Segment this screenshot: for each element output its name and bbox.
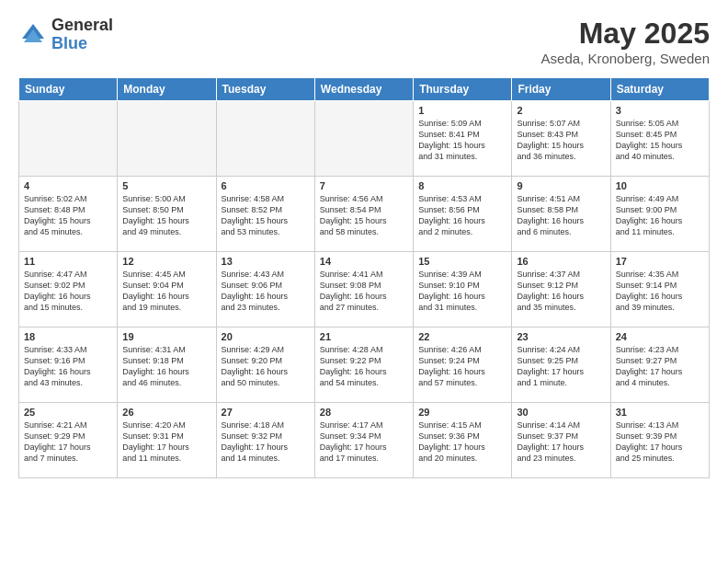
calendar-cell: 30Sunrise: 4:14 AM Sunset: 9:37 PM Dayli… xyxy=(512,403,610,478)
calendar-cell: 26Sunrise: 4:20 AM Sunset: 9:31 PM Dayli… xyxy=(118,403,216,478)
header: General Blue May 2025 Aseda, Kronoberg, … xyxy=(18,17,710,66)
day-header-monday: Monday xyxy=(118,78,216,101)
cell-daylight-info: Sunrise: 4:43 AM Sunset: 9:06 PM Dayligh… xyxy=(222,269,310,314)
day-header-sunday: Sunday xyxy=(19,78,118,101)
calendar-cell: 10Sunrise: 4:49 AM Sunset: 9:00 PM Dayli… xyxy=(610,177,709,252)
day-number: 30 xyxy=(517,407,605,418)
cell-daylight-info: Sunrise: 4:39 AM Sunset: 9:10 PM Dayligh… xyxy=(418,269,506,314)
day-header-tuesday: Tuesday xyxy=(216,78,314,101)
day-number: 7 xyxy=(320,180,408,191)
day-header-thursday: Thursday xyxy=(414,78,512,101)
calendar-cell: 20Sunrise: 4:29 AM Sunset: 9:20 PM Dayli… xyxy=(216,327,314,403)
cell-daylight-info: Sunrise: 4:58 AM Sunset: 8:52 PM Dayligh… xyxy=(222,193,310,238)
cell-daylight-info: Sunrise: 5:09 AM Sunset: 8:41 PM Dayligh… xyxy=(418,118,506,163)
day-header-saturday: Saturday xyxy=(610,78,709,101)
week-row-5: 25Sunrise: 4:21 AM Sunset: 9:29 PM Dayli… xyxy=(19,403,710,478)
calendar-cell xyxy=(314,101,413,177)
header-row: SundayMondayTuesdayWednesdayThursdayFrid… xyxy=(19,78,710,101)
cell-daylight-info: Sunrise: 5:07 AM Sunset: 8:43 PM Dayligh… xyxy=(517,118,605,163)
day-number: 6 xyxy=(222,180,310,191)
calendar-cell: 15Sunrise: 4:39 AM Sunset: 9:10 PM Dayli… xyxy=(414,252,512,327)
cell-daylight-info: Sunrise: 4:41 AM Sunset: 9:08 PM Dayligh… xyxy=(320,269,408,314)
day-number: 13 xyxy=(222,256,310,267)
day-number: 26 xyxy=(122,407,210,418)
calendar-cell: 4Sunrise: 5:02 AM Sunset: 8:48 PM Daylig… xyxy=(19,177,118,252)
calendar-cell: 6Sunrise: 4:58 AM Sunset: 8:52 PM Daylig… xyxy=(216,177,314,252)
calendar-cell: 19Sunrise: 4:31 AM Sunset: 9:18 PM Dayli… xyxy=(118,327,216,403)
day-number: 4 xyxy=(24,180,112,191)
day-number: 12 xyxy=(122,256,210,267)
cell-daylight-info: Sunrise: 4:28 AM Sunset: 9:22 PM Dayligh… xyxy=(320,344,408,389)
logo-blue: Blue xyxy=(51,35,113,53)
calendar-cell: 29Sunrise: 4:15 AM Sunset: 9:36 PM Dayli… xyxy=(414,403,512,478)
week-row-2: 4Sunrise: 5:02 AM Sunset: 8:48 PM Daylig… xyxy=(19,177,710,252)
cell-daylight-info: Sunrise: 5:00 AM Sunset: 8:50 PM Dayligh… xyxy=(122,193,210,238)
calendar-cell: 21Sunrise: 4:28 AM Sunset: 9:22 PM Dayli… xyxy=(314,327,413,403)
day-number: 27 xyxy=(222,407,310,418)
location: Aseda, Kronoberg, Sweden xyxy=(541,51,710,66)
cell-daylight-info: Sunrise: 4:33 AM Sunset: 9:16 PM Dayligh… xyxy=(24,344,112,389)
calendar-cell: 8Sunrise: 4:53 AM Sunset: 8:56 PM Daylig… xyxy=(414,177,512,252)
cell-daylight-info: Sunrise: 4:51 AM Sunset: 8:58 PM Dayligh… xyxy=(517,193,605,238)
calendar-cell: 22Sunrise: 4:26 AM Sunset: 9:24 PM Dayli… xyxy=(414,327,512,403)
day-header-friday: Friday xyxy=(512,78,610,101)
cell-daylight-info: Sunrise: 4:21 AM Sunset: 9:29 PM Dayligh… xyxy=(24,419,112,465)
cell-daylight-info: Sunrise: 4:31 AM Sunset: 9:18 PM Dayligh… xyxy=(122,344,210,389)
cell-daylight-info: Sunrise: 4:18 AM Sunset: 9:32 PM Dayligh… xyxy=(222,419,310,465)
day-number: 24 xyxy=(616,331,704,342)
cell-daylight-info: Sunrise: 4:15 AM Sunset: 9:36 PM Dayligh… xyxy=(418,419,506,465)
title-block: May 2025 Aseda, Kronoberg, Sweden xyxy=(541,17,710,66)
calendar-cell: 5Sunrise: 5:00 AM Sunset: 8:50 PM Daylig… xyxy=(118,177,216,252)
day-number: 5 xyxy=(122,180,210,191)
calendar-cell: 13Sunrise: 4:43 AM Sunset: 9:06 PM Dayli… xyxy=(216,252,314,327)
calendar-cell: 3Sunrise: 5:05 AM Sunset: 8:45 PM Daylig… xyxy=(610,101,709,177)
cell-daylight-info: Sunrise: 4:17 AM Sunset: 9:34 PM Dayligh… xyxy=(320,419,408,465)
day-number: 9 xyxy=(517,180,605,191)
calendar-cell xyxy=(118,101,216,177)
calendar-cell: 1Sunrise: 5:09 AM Sunset: 8:41 PM Daylig… xyxy=(414,101,512,177)
day-number: 21 xyxy=(320,331,408,342)
day-number: 25 xyxy=(24,407,112,418)
calendar-cell: 16Sunrise: 4:37 AM Sunset: 9:12 PM Dayli… xyxy=(512,252,610,327)
cell-daylight-info: Sunrise: 4:35 AM Sunset: 9:14 PM Dayligh… xyxy=(616,269,704,314)
cell-daylight-info: Sunrise: 5:02 AM Sunset: 8:48 PM Dayligh… xyxy=(24,193,112,238)
calendar-cell: 28Sunrise: 4:17 AM Sunset: 9:34 PM Dayli… xyxy=(314,403,413,478)
day-number: 18 xyxy=(24,331,112,342)
cell-daylight-info: Sunrise: 4:24 AM Sunset: 9:25 PM Dayligh… xyxy=(517,344,605,389)
week-row-3: 11Sunrise: 4:47 AM Sunset: 9:02 PM Dayli… xyxy=(19,252,710,327)
calendar-cell: 9Sunrise: 4:51 AM Sunset: 8:58 PM Daylig… xyxy=(512,177,610,252)
day-number: 16 xyxy=(517,256,605,267)
calendar-cell: 18Sunrise: 4:33 AM Sunset: 9:16 PM Dayli… xyxy=(19,327,118,403)
cell-daylight-info: Sunrise: 4:29 AM Sunset: 9:20 PM Dayligh… xyxy=(222,344,310,389)
calendar-cell: 12Sunrise: 4:45 AM Sunset: 9:04 PM Dayli… xyxy=(118,252,216,327)
calendar-cell: 31Sunrise: 4:13 AM Sunset: 9:39 PM Dayli… xyxy=(610,403,709,478)
calendar-cell: 7Sunrise: 4:56 AM Sunset: 8:54 PM Daylig… xyxy=(314,177,413,252)
cell-daylight-info: Sunrise: 4:26 AM Sunset: 9:24 PM Dayligh… xyxy=(418,344,506,389)
day-number: 29 xyxy=(418,407,506,418)
calendar-cell: 2Sunrise: 5:07 AM Sunset: 8:43 PM Daylig… xyxy=(512,101,610,177)
day-number: 31 xyxy=(616,407,704,418)
calendar-table: SundayMondayTuesdayWednesdayThursdayFrid… xyxy=(18,77,710,478)
day-number: 1 xyxy=(418,105,506,116)
day-number: 2 xyxy=(517,105,605,116)
cell-daylight-info: Sunrise: 4:53 AM Sunset: 8:56 PM Dayligh… xyxy=(418,193,506,238)
calendar-cell: 17Sunrise: 4:35 AM Sunset: 9:14 PM Dayli… xyxy=(610,252,709,327)
calendar-cell xyxy=(19,101,118,177)
day-number: 20 xyxy=(222,331,310,342)
day-number: 8 xyxy=(418,180,506,191)
page: General Blue May 2025 Aseda, Kronoberg, … xyxy=(0,0,728,488)
calendar-cell: 14Sunrise: 4:41 AM Sunset: 9:08 PM Dayli… xyxy=(314,252,413,327)
cell-daylight-info: Sunrise: 4:56 AM Sunset: 8:54 PM Dayligh… xyxy=(320,193,408,238)
month-title: May 2025 xyxy=(541,17,710,51)
calendar-cell: 23Sunrise: 4:24 AM Sunset: 9:25 PM Dayli… xyxy=(512,327,610,403)
day-number: 10 xyxy=(616,180,704,191)
cell-daylight-info: Sunrise: 4:23 AM Sunset: 9:27 PM Dayligh… xyxy=(616,344,704,389)
cell-daylight-info: Sunrise: 5:05 AM Sunset: 8:45 PM Dayligh… xyxy=(616,118,704,163)
day-number: 22 xyxy=(418,331,506,342)
logo: General Blue xyxy=(18,17,113,53)
day-number: 15 xyxy=(418,256,506,267)
cell-daylight-info: Sunrise: 4:47 AM Sunset: 9:02 PM Dayligh… xyxy=(24,269,112,314)
day-number: 14 xyxy=(320,256,408,267)
week-row-4: 18Sunrise: 4:33 AM Sunset: 9:16 PM Dayli… xyxy=(19,327,710,403)
day-number: 3 xyxy=(616,105,704,116)
